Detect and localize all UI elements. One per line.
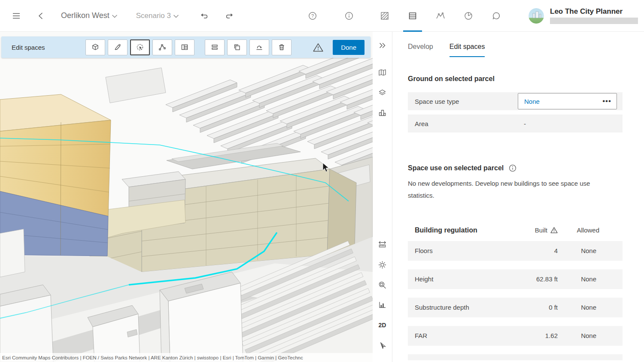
space-use-info-icon[interactable]: [509, 164, 516, 172]
top-bar: Oerlikon West Scenario 3 ?: [0, 0, 644, 32]
select-tool-icon[interactable]: [130, 39, 150, 55]
scenario-selector[interactable]: Scenario 3: [136, 12, 171, 20]
menu-icon[interactable]: [8, 7, 25, 24]
space-use-type-row: Space use type None •••: [408, 92, 623, 110]
analysis-chart-icon[interactable]: [374, 297, 391, 313]
tab-edit-spaces[interactable]: Edit spaces: [450, 43, 485, 57]
row-label: Height: [415, 275, 508, 283]
map-legend-icon[interactable]: [374, 65, 391, 80]
expand-panel-icon[interactable]: [374, 38, 391, 53]
map-tool-strip: 2D: [373, 32, 392, 362]
panel-tabs: Develop Edit spaces: [408, 32, 623, 57]
ellipsis-menu-icon[interactable]: •••: [602, 97, 611, 106]
project-title[interactable]: Oerlikon West: [61, 11, 109, 20]
zoom-area-icon[interactable]: [374, 277, 391, 293]
edit-vertices-tool-icon[interactable]: [152, 39, 172, 55]
regulation-title: Building regulation: [415, 226, 508, 234]
space-use-type-label: Space use type: [415, 98, 459, 105]
edit-spaces-toolbar: Edit spaces: [1, 36, 371, 58]
row-built-value: 1.62: [508, 332, 558, 339]
undo-icon[interactable]: [196, 7, 213, 24]
delete-tool-icon[interactable]: [272, 39, 292, 55]
compass-icon[interactable]: [374, 338, 391, 353]
ground-section-title: Ground on selected parcel: [408, 75, 623, 83]
row-built-value: 62.83 ft: [508, 275, 558, 283]
built-warning-icon: [550, 227, 558, 233]
space-use-type-dropdown[interactable]: None •••: [518, 93, 617, 109]
map-3d-scene[interactable]: [0, 32, 373, 362]
back-icon[interactable]: [32, 7, 49, 24]
regulation-row-height: Height 62.83 ft None: [408, 269, 623, 289]
row-allowed-value: None: [558, 304, 616, 311]
pie-chart-icon[interactable]: [460, 7, 477, 24]
edit-toolbar-title: Edit spaces: [12, 44, 85, 51]
measure-icon[interactable]: [374, 237, 391, 252]
hatch-fill-icon[interactable]: [376, 7, 393, 24]
row-built-value: 4: [508, 247, 558, 254]
area-label: Area: [415, 120, 428, 127]
regulation-row-partial: [408, 354, 623, 360]
layer-list-icon[interactable]: [404, 7, 421, 24]
new-building-tool-icon[interactable]: [85, 39, 105, 55]
detail-panel: Develop Edit spaces Ground on selected p…: [392, 32, 644, 362]
avatar[interactable]: [529, 8, 544, 24]
sketch-icon[interactable]: [432, 7, 449, 24]
map-attribution: Esri Community Maps Contributors | FOEN …: [0, 353, 373, 362]
row-allowed-value: None: [558, 275, 616, 283]
area-value: -: [518, 120, 617, 127]
done-button[interactable]: Done: [333, 40, 365, 55]
regulation-row-far: FAR 1.62 None: [408, 326, 623, 346]
scenario-chevron-down-icon[interactable]: [173, 15, 179, 18]
row-label: FAR: [415, 332, 508, 339]
svg-text:?: ?: [311, 13, 314, 18]
duplicate-tool-icon[interactable]: [227, 39, 247, 55]
city-model-icon[interactable]: [374, 105, 391, 121]
user-email-redacted: [550, 18, 638, 24]
built-header: Built: [535, 226, 547, 234]
row-built-value: 0 ft: [508, 304, 558, 311]
space-use-type-value: None: [524, 98, 540, 105]
help-icon[interactable]: ?: [304, 7, 321, 24]
row-label: Substructure depth: [415, 304, 508, 311]
layers-edit-icon[interactable]: [374, 85, 391, 100]
ground-section: Ground on selected parcel Space use type…: [408, 75, 623, 133]
row-allowed-value: None: [558, 332, 616, 339]
space-use-section: Space use on selected parcel No new deve…: [408, 164, 623, 202]
regulation-row-substructure-depth: Substructure depth 0 ft None: [408, 298, 623, 317]
building-regulation-section: Building regulation Built Allowed Floors…: [408, 226, 623, 360]
paint-space-use-tool-icon[interactable]: [108, 39, 128, 55]
main-area: Edit spaces: [0, 32, 644, 362]
attributes-tool-icon[interactable]: [175, 39, 194, 55]
space-use-section-title: Space use on selected parcel: [408, 164, 504, 172]
info-icon[interactable]: [340, 7, 358, 24]
space-use-description: No new developments. Develop new buildin…: [408, 178, 617, 202]
distribute-tool-icon[interactable]: [205, 39, 225, 55]
project-chevron-down-icon[interactable]: [112, 15, 117, 18]
area-row: Area -: [408, 115, 623, 133]
regulation-header-row: Building regulation Built Allowed: [408, 226, 623, 234]
map-area: Edit spaces: [0, 32, 373, 362]
redo-icon[interactable]: [221, 7, 238, 24]
move-to-tool-icon[interactable]: [249, 39, 269, 55]
view-2d-button[interactable]: 2D: [374, 317, 391, 333]
regulation-row-floors: Floors 4 None: [408, 241, 623, 261]
tab-develop[interactable]: Develop: [408, 43, 433, 57]
user-name: Leo The City Planner: [550, 7, 638, 16]
row-allowed-value: None: [558, 247, 616, 254]
row-label: Floors: [415, 247, 508, 254]
user-block: Leo The City Planner: [529, 7, 638, 24]
edit-warning-icon: [313, 43, 323, 52]
daylight-icon[interactable]: [374, 257, 391, 272]
comment-icon[interactable]: [488, 7, 505, 24]
allowed-header: Allowed: [558, 226, 616, 234]
